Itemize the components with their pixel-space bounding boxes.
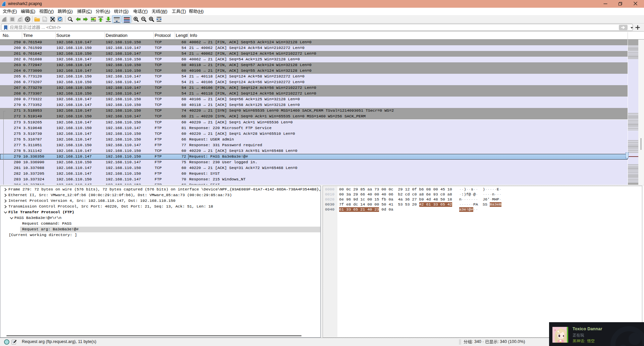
svg-text:010: 010 — [43, 19, 47, 22]
